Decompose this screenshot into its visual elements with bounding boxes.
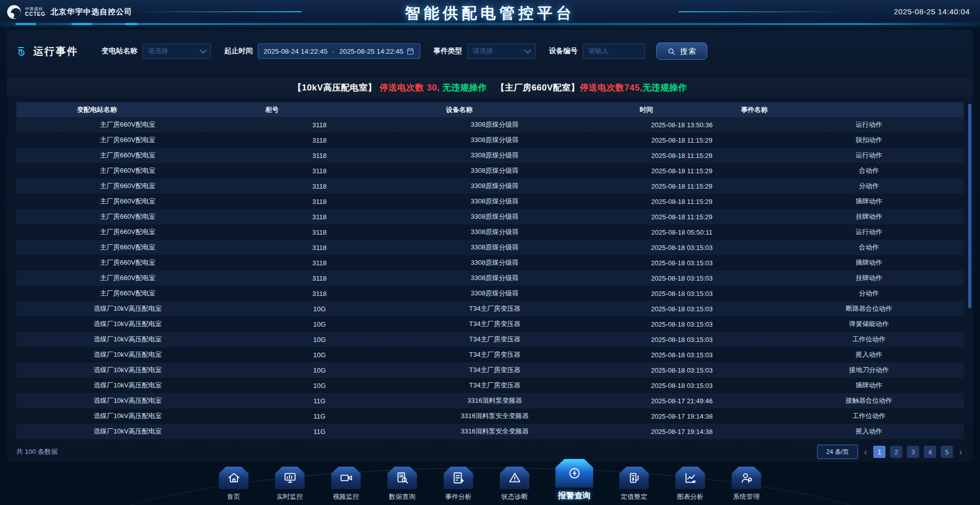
cell-cabinet: 3118 xyxy=(239,194,400,209)
table-row: 主厂房660V配电室 3118 3308原煤分级筛 2025-08-18 13:… xyxy=(16,117,964,132)
cell-station: 主厂房660V配电室 xyxy=(16,209,239,224)
cell-device: 3308原煤分级筛 xyxy=(400,132,589,148)
cell-device: 3308原煤分级筛 xyxy=(400,286,589,301)
cell-time: 2025-08-18 13:50:36 xyxy=(589,117,774,132)
table-row: 主厂房660V配电室 3118 3308原煤分级筛 2025-08-18 05:… xyxy=(16,224,964,240)
device-number-label: 设备编号 xyxy=(549,47,578,56)
summary-segment: 无违规操作 xyxy=(642,82,687,94)
cell-event: 分动作 xyxy=(774,178,964,194)
table-row: 选煤厂10kV高压配电室 11G 3316混料泵安全变频器 2025-08-17… xyxy=(16,408,964,424)
cell-event: 断路器合位动作 xyxy=(774,301,964,316)
cell-event: 摘牌动作 xyxy=(774,255,964,270)
station-select[interactable]: 请选择 xyxy=(142,43,211,59)
cell-device: 3308原煤分级筛 xyxy=(400,163,589,178)
cell-device: 3308原煤分级筛 xyxy=(400,178,589,194)
cell-station: 选煤厂10kV高压配电室 xyxy=(16,424,239,439)
table-row: 主厂房660V配电室 3118 3308原煤分级筛 2025-08-18 11:… xyxy=(16,132,964,148)
table-row: 选煤厂10kV高压配电室 10G T34主厂房变压器 2025-08-18 03… xyxy=(16,378,964,393)
nav-item-label: 定值整定 xyxy=(621,492,648,501)
cell-station: 主厂房660V配电室 xyxy=(16,148,239,163)
nav-item-label: 事件分析 xyxy=(445,492,472,501)
time-end-value[interactable]: 2025-08-25 14:22:45 xyxy=(339,48,403,55)
cell-station: 主厂房660V配电室 xyxy=(16,117,239,132)
screen: 中国煤科 CCTEG 北京华宇中选自控公司 智能供配电管控平台 2025-08-… xyxy=(0,0,980,505)
cell-station: 主厂房660V配电室 xyxy=(16,286,239,301)
realtime-monitor-icon xyxy=(283,471,297,485)
table-scrollbar[interactable] xyxy=(968,104,971,308)
cell-device: T34主厂房变压器 xyxy=(400,347,589,362)
calendar-icon[interactable] xyxy=(406,47,415,56)
table-row: 主厂房660V配电室 3118 3308原煤分级筛 2025-08-18 11:… xyxy=(16,194,964,209)
nav-item[interactable]: 状态诊断 xyxy=(497,467,533,501)
cell-time: 2025-08-18 03:15:03 xyxy=(589,255,774,270)
cell-station: 主厂房660V配电室 xyxy=(16,240,239,255)
cell-event: 摘牌动作 xyxy=(774,378,964,393)
device-number-input[interactable]: 请输入 xyxy=(583,43,645,59)
chevron-down-icon xyxy=(200,47,206,54)
search-button-label: 搜索 xyxy=(680,47,697,56)
table-row: 主厂房660V配电室 3118 3308原煤分级筛 2025-08-18 11:… xyxy=(16,209,964,224)
cell-cabinet: 11G xyxy=(239,408,400,424)
cell-device: 3316混料泵变频器 xyxy=(400,393,589,408)
cell-station: 主厂房660V配电室 xyxy=(16,163,239,178)
nav-item[interactable]: 实时监控 xyxy=(272,467,308,501)
cell-time: 2025-08-18 11:15:29 xyxy=(589,194,774,209)
nav-item[interactable]: 定值整定 xyxy=(616,467,652,501)
cell-station: 选煤厂10kV高压配电室 xyxy=(16,362,239,378)
search-button[interactable]: 搜索 xyxy=(656,42,707,60)
table-row: 选煤厂10kV高压配电室 10G T34主厂房变压器 2025-08-18 03… xyxy=(16,316,964,332)
table-row: 选煤厂10kV高压配电室 11G 3316混料泵变频器 2025-08-17 2… xyxy=(16,393,964,408)
cell-event: 挂牌动作 xyxy=(774,209,964,224)
data-query-icon xyxy=(396,471,409,485)
cell-cabinet: 3118 xyxy=(239,148,400,163)
nav-item[interactable]: 首页 xyxy=(216,467,252,501)
cell-station: 主厂房660V配电室 xyxy=(16,132,239,148)
cell-time: 2025-08-18 11:15:29 xyxy=(589,163,774,178)
cell-time: 2025-08-18 11:15:29 xyxy=(589,148,774,163)
cell-station: 选煤厂10kV高压配电室 xyxy=(16,301,239,316)
nav-item[interactable]: 事件分析 xyxy=(441,467,476,501)
event-analysis-icon xyxy=(452,471,465,485)
table-row: 选煤厂10kV高压配电室 10G T34主厂房变压器 2025-08-18 03… xyxy=(16,362,964,378)
time-range-picker[interactable]: 2025-08-24 14:22:45 - 2025-08-25 14:22:4… xyxy=(258,43,420,59)
cell-event: 摇入动作 xyxy=(774,347,964,362)
cell-event: 合动作 xyxy=(774,240,964,255)
cell-cabinet: 10G xyxy=(239,332,400,347)
cell-cabinet: 10G xyxy=(239,378,400,393)
nav-item[interactable]: 视频监控 xyxy=(328,467,364,501)
table-body: 主厂房660V配电室 3118 3308原煤分级筛 2025-08-18 13:… xyxy=(16,117,964,439)
cell-station: 选煤厂10kV高压配电室 xyxy=(16,408,239,424)
cell-station: 主厂房660V配电室 xyxy=(16,224,239,240)
nav-item[interactable]: 报警查询 xyxy=(553,459,596,501)
cell-station: 主厂房660V配电室 xyxy=(16,270,239,286)
time-start-value[interactable]: 2025-08-24 14:22:45 xyxy=(264,48,327,55)
nav-item[interactable]: 图表分析 xyxy=(673,467,708,501)
cell-time: 2025-08-18 03:15:03 xyxy=(589,301,774,316)
cell-time: 2025-08-18 03:15:03 xyxy=(589,240,774,255)
cell-event: 合动作 xyxy=(774,163,964,178)
device-number-placeholder: 请输入 xyxy=(588,47,608,56)
nav-item[interactable]: 数据查询 xyxy=(385,467,420,501)
column-header: 变配电站名称 xyxy=(16,102,177,117)
cell-station: 主厂房660V配电室 xyxy=(16,194,239,209)
cell-device: 3316混料泵安全变频器 xyxy=(400,424,589,439)
column-header: 柜号 xyxy=(177,102,367,117)
chevron-down-icon xyxy=(524,47,531,54)
cell-event: 弹簧储能动作 xyxy=(774,316,964,332)
nav-item-label: 视频监控 xyxy=(333,492,360,501)
search-icon xyxy=(667,47,676,56)
cell-cabinet: 3118 xyxy=(239,163,400,178)
cell-event: 分动作 xyxy=(774,286,964,301)
cell-device: 3308原煤分级筛 xyxy=(400,117,589,132)
cell-event: 摇入动作 xyxy=(774,424,964,439)
event-type-select[interactable]: 请选择 xyxy=(467,43,536,59)
nav-icon-pedestal xyxy=(556,459,593,488)
cell-event: 工作位动作 xyxy=(774,332,964,347)
nav-item[interactable]: 系统管理 xyxy=(729,467,764,501)
value-setting-icon xyxy=(628,471,641,485)
bottom-nav: 首页 实时监控 视频监控 数据查询 xyxy=(0,452,980,505)
section-title: 运行事件 xyxy=(16,44,78,58)
column-header: 事件名称 xyxy=(741,102,768,117)
cell-time: 2025-08-18 05:50:11 xyxy=(589,224,774,240)
cell-cabinet: 10G xyxy=(239,301,400,316)
